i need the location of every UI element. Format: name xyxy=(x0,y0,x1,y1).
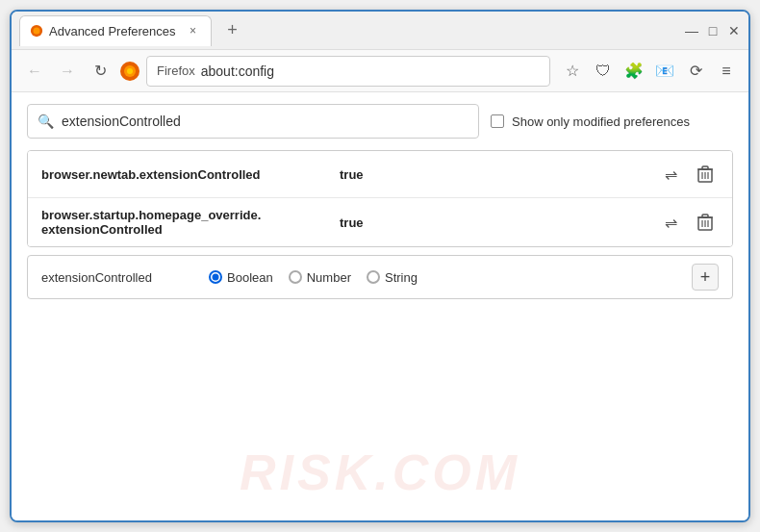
row-actions-2: ⇌ xyxy=(657,209,719,236)
add-preference-button[interactable]: + xyxy=(692,264,719,291)
radio-number[interactable]: Number xyxy=(289,270,351,285)
nav-bar: ← → ↻ Firefox about:config ☆ 🛡 🧩 📧 ⟳ ≡ xyxy=(12,50,748,92)
string-label: String xyxy=(385,270,418,285)
address-url-display: about:config xyxy=(201,63,274,79)
search-box[interactable]: 🔍 extensionControlled xyxy=(27,104,479,139)
extension-icon[interactable]: 🧩 xyxy=(621,59,646,84)
reload-button[interactable]: ↻ xyxy=(87,58,114,85)
table-row: browser.newtab.extensionControlled true … xyxy=(28,151,732,198)
add-preference-row: extensionControlled Boolean Number Strin… xyxy=(27,255,733,299)
forward-button[interactable]: → xyxy=(54,58,81,85)
window-controls: — □ ✕ xyxy=(685,24,741,38)
bookmark-icon[interactable]: ☆ xyxy=(560,59,585,84)
number-radio-circle[interactable] xyxy=(289,270,302,284)
firefox-tab-icon xyxy=(30,24,43,38)
boolean-label: Boolean xyxy=(227,270,273,285)
show-modified-label: Show only modified preferences xyxy=(512,114,690,129)
minimize-button[interactable]: — xyxy=(685,24,698,38)
new-tab-button[interactable]: + xyxy=(219,17,246,44)
new-pref-name: extensionControlled xyxy=(41,270,195,285)
pref-name-2: browser.startup.homepage_override. exten… xyxy=(41,208,340,237)
svg-rect-7 xyxy=(702,166,708,169)
show-modified-checkbox[interactable] xyxy=(491,114,504,128)
address-bar[interactable]: Firefox about:config xyxy=(146,56,550,87)
browser-tab[interactable]: Advanced Preferences × xyxy=(19,15,212,46)
boolean-radio-circle[interactable] xyxy=(209,270,222,284)
back-button[interactable]: ← xyxy=(21,58,48,85)
close-button[interactable]: ✕ xyxy=(727,24,741,38)
delete-button-1[interactable] xyxy=(692,161,719,188)
shield-icon[interactable]: 🛡 xyxy=(591,59,616,84)
history-icon[interactable]: ⟳ xyxy=(683,59,708,84)
radio-boolean[interactable]: Boolean xyxy=(209,270,273,285)
trash-icon xyxy=(697,214,713,231)
sync-icon[interactable]: 📧 xyxy=(652,59,677,84)
watermark: RISK.COM xyxy=(240,443,520,501)
tab-title: Advanced Preferences xyxy=(49,24,176,38)
type-radio-group: Boolean Number String xyxy=(209,270,678,285)
pref-value-1: true xyxy=(340,167,657,182)
tab-close-button[interactable]: × xyxy=(186,23,201,38)
search-input[interactable]: extensionControlled xyxy=(62,114,469,129)
menu-button[interactable]: ≡ xyxy=(714,59,739,84)
pref-value-2: true xyxy=(340,215,657,230)
trash-icon xyxy=(697,165,713,183)
firefox-logo xyxy=(119,61,140,82)
title-bar: Advanced Preferences × + — □ ✕ xyxy=(12,12,748,50)
delete-button-2[interactable] xyxy=(692,209,719,236)
row-actions-1: ⇌ xyxy=(657,161,719,188)
show-modified-row: Show only modified preferences xyxy=(491,114,690,129)
search-row: 🔍 extensionControlled Show only modified… xyxy=(27,104,733,139)
reset-button-1[interactable]: ⇌ xyxy=(657,161,684,188)
browser-brand-label: Firefox xyxy=(157,63,195,78)
table-row: browser.startup.homepage_override. exten… xyxy=(28,198,732,246)
svg-rect-13 xyxy=(702,215,708,217)
reset-button-2[interactable]: ⇌ xyxy=(657,209,684,236)
radio-string[interactable]: String xyxy=(367,270,418,285)
string-radio-circle[interactable] xyxy=(367,270,380,284)
svg-point-4 xyxy=(127,68,133,74)
pref-name-1: browser.newtab.extensionControlled xyxy=(41,167,340,182)
browser-window: Advanced Preferences × + — □ ✕ ← → ↻ Fir… xyxy=(10,10,750,522)
content-area: RISK.COM 🔍 extensionControlled Show only… xyxy=(12,92,748,520)
svg-point-1 xyxy=(34,28,40,35)
toolbar-icons: ☆ 🛡 🧩 📧 ⟳ ≡ xyxy=(560,59,739,84)
firefox-icon xyxy=(119,61,140,82)
search-icon: 🔍 xyxy=(38,114,54,129)
results-table: browser.newtab.extensionControlled true … xyxy=(27,150,733,247)
number-label: Number xyxy=(307,270,351,285)
maximize-button[interactable]: □ xyxy=(706,24,720,38)
